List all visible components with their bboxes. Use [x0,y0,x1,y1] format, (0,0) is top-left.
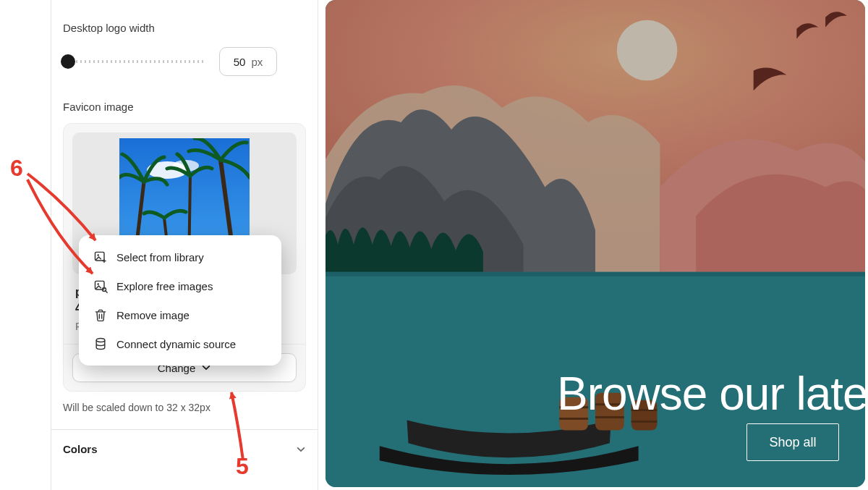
chevron-down-icon [296,444,306,455]
image-plus-icon [93,250,108,264]
colors-section[interactable]: Colors [51,429,318,455]
logo-width-input[interactable]: 50 px [219,47,277,76]
shop-all-button[interactable]: Shop all [746,423,839,461]
favicon-helper-text: Will be scaled down to 32 x 32px [63,402,306,413]
menu-item-remove-image[interactable]: Remove image [83,300,277,329]
change-image-popover: Select from library Explore free images … [79,235,281,366]
logo-width-slider[interactable] [63,55,206,68]
menu-item-label: Connect dynamic source [116,338,236,350]
menu-item-select-from-library[interactable]: Select from library [83,242,277,271]
annotation-number-6: 6 [10,155,23,182]
menu-item-label: Remove image [116,309,190,321]
shop-all-label: Shop all [769,435,816,450]
menu-item-label: Explore free images [116,280,213,292]
slider-thumb[interactable] [61,54,75,69]
theme-preview: Browse our late Shop all [326,0,865,487]
colors-label: Colors [63,443,98,455]
image-search-icon [93,279,108,293]
hero-heading: Browse our late [557,367,865,421]
logo-width-value: 50 [234,56,246,68]
menu-item-label: Select from library [116,251,204,263]
trash-icon [93,308,108,322]
menu-item-explore-free-images[interactable]: Explore free images [83,271,277,300]
database-icon [93,337,108,351]
svg-point-4 [97,254,99,256]
favicon-section-label: Favicon image [63,101,306,113]
logo-width-unit: px [251,56,263,68]
svg-point-8 [96,339,105,342]
menu-item-connect-dynamic-source[interactable]: Connect dynamic source [83,329,277,358]
logo-width-label: Desktop logo width [63,22,306,34]
svg-point-6 [97,283,99,285]
